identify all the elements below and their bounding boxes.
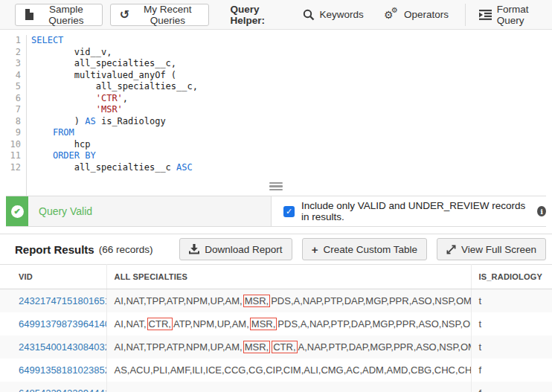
code-line: SELECT [31,35,198,47]
line-number-gutter: 123456789101112 [6,35,27,196]
records-count: (66 records) [99,244,153,255]
sample-queries-label: Sample Queries [39,4,93,26]
highlight-match: CTR, [272,341,297,353]
table-row: 243154001430840322AI,NAT,TPP,ATP,NPM,UP,… [0,335,552,359]
specialties-cell: AI,NAT,TPP,ATP,NPM,UP,AM,MSR,CTR,A,NAP,P… [106,335,471,359]
query-code[interactable]: SELECT vid__v, all_specialties__c, multi… [27,35,198,196]
line-number: 9 [6,127,21,139]
line-number: 12 [6,162,21,174]
download-icon [189,244,199,254]
create-custom-table-label: Create Custom Table [323,244,417,255]
specialties-cell [106,382,471,392]
specialties-text: AI,NAT,TPP,ATP,NPM,UP,AM, [115,341,243,353]
plus-icon: + [312,244,318,255]
is-radiology-cell: f [471,382,552,392]
editor-resize-handle[interactable] [269,181,283,193]
history-icon: ↺ [120,9,129,21]
vid-link[interactable]: 243154001430840322 [19,341,106,353]
table-row: 649913581810238522AS,ACU,PLI,AMF,ILI,ICE… [0,359,552,382]
create-custom-table-button[interactable]: + Create Custom Table [302,238,427,260]
format-query-button[interactable]: Format Query [479,4,542,26]
specialties-cell: AI,NAT,CTR,ATP,NPM,UP,AM,MSR,PDS,A,NAP,P… [106,312,471,335]
code-line: all_specialties__c ASC [31,162,198,174]
code-line: all_specialties__c, [31,81,198,93]
line-number: 1 [6,35,21,47]
highlight-match: MSR, [250,318,277,330]
vid-link[interactable]: 243217471518016514 [19,295,106,306]
specialties-text: A,NAP,PTP,DAP,MGP,PPR,ASO,NSP,OMO,AHF,I [298,341,471,353]
download-report-button[interactable]: Download Report [179,238,292,260]
specialties-text: ATP,NPM,UP,AM, [173,318,249,330]
line-number: 4 [6,70,21,82]
indent-icon [479,10,492,20]
download-report-label: Download Report [205,244,282,255]
vid-link[interactable]: 648543294220944411 [19,388,106,392]
table-header-row: VIDALL SPECIALTIESIS_RADIOLOGY [0,265,552,289]
code-line: all_specialties__c, [31,58,198,70]
vid-link[interactable]: 649913798739641408 [19,318,106,330]
table-row: 243217471518016514AI,NAT,TPP,ATP,NPM,UP,… [0,289,552,313]
column-header: IS_RADIOLOGY [471,265,552,289]
format-query-label: Format Query [497,4,542,26]
vid-link[interactable]: 649913581810238522 [19,364,106,376]
highlight-match: MSR, [243,341,271,353]
table-row: 648543294220944411f [0,382,552,392]
keywords-label: Keywords [320,9,364,20]
code-line: vid__v, [31,47,198,59]
gears-icon: ⚙⚙ [384,8,399,22]
keywords-button[interactable]: Keywords [303,9,364,21]
line-number: 6 [6,93,21,105]
highlight-match: MSR, [243,295,271,307]
code-line: hcp [31,139,198,151]
query-status-bar: ✔ Query Valid ✓ Include only VALID and U… [6,196,546,227]
toolbar-divider [465,4,466,26]
is-radiology-cell: t [471,312,552,335]
line-number: 2 [6,47,21,59]
query-helper-label: Query Helper: [230,4,282,26]
specialties-text: AI,NAT,TPP,ATP,NPM,UP,AM, [115,295,243,306]
report-results-title: Report Results [15,243,94,256]
line-number: 10 [6,139,21,151]
recent-queries-label: My Recent Queries [135,4,199,26]
is-radiology-cell: t [471,289,552,313]
query-editor[interactable]: 123456789101112 SELECT vid__v, all_speci… [0,30,552,196]
specialties-text: PDS,A,NAP,PTP,DAP,MGP,PPR,ASO,NSP,OMO,AH… [271,295,471,306]
specialties-text: AS,ACU,PLI,AMF,ILI,ICE,CCG,CG,CIP,CIM,AL… [115,364,472,376]
table-row: 649913798739641408AI,NAT,CTR,ATP,NPM,UP,… [0,312,552,335]
line-number: 5 [6,81,21,93]
recent-queries-button[interactable]: ↺ My Recent Queries [110,4,210,26]
include-records-checkbox[interactable]: ✓ [283,206,295,217]
specialties-text: PDS,A,NAP,PTP,DAP,MGP,PPR,ASO,NSP,OMO,AH… [277,318,471,330]
is-radiology-cell: t [471,335,552,359]
validation-status: ✔ Query Valid [6,196,272,226]
code-line: 'CTR', [31,93,198,105]
operators-label: Operators [404,9,449,20]
code-line: ORDER BY [31,150,198,162]
document-icon [25,9,33,20]
code-line: FROM [31,127,198,139]
valid-status-box: ✔ [6,196,28,226]
search-icon [303,9,315,21]
view-full-screen-button[interactable]: View Full Screen [437,238,546,260]
operators-button[interactable]: ⚙⚙ Operators [384,8,449,22]
code-line: multivalued_anyOf ( [31,70,198,82]
include-records-label: Include only VALID and UNDER_REVIEW reco… [301,200,530,222]
specialties-cell: AS,ACU,PLI,AMF,ILI,ICE,CCG,CG,CIP,CIM,AL… [106,359,471,382]
view-full-screen-label: View Full Screen [461,244,536,255]
line-number: 3 [6,58,21,70]
highlight-match: CTR, [147,318,173,330]
code-line: ) AS is_Radiology [31,116,198,128]
report-results-section: Report Results (66 records) Download Rep… [0,234,552,392]
check-circle-icon: ✔ [11,205,24,218]
report-results-header: Report Results (66 records) Download Rep… [0,234,552,264]
info-icon[interactable]: i [537,206,546,216]
sample-queries-button[interactable]: Sample Queries [15,4,103,26]
specialties-cell: AI,NAT,TPP,ATP,NPM,UP,AM,MSR,PDS,A,NAP,P… [106,289,471,313]
line-number: 11 [6,150,21,162]
is-radiology-cell: f [471,359,552,382]
record-filter-option: ✓ Include only VALID and UNDER_REVIEW re… [272,196,546,226]
column-header: VID [0,265,106,289]
results-table: VIDALL SPECIALTIESIS_RADIOLOGY 243217471… [0,264,552,392]
specialties-text: AI,NAT, [115,318,147,330]
line-number: 7 [6,104,21,116]
